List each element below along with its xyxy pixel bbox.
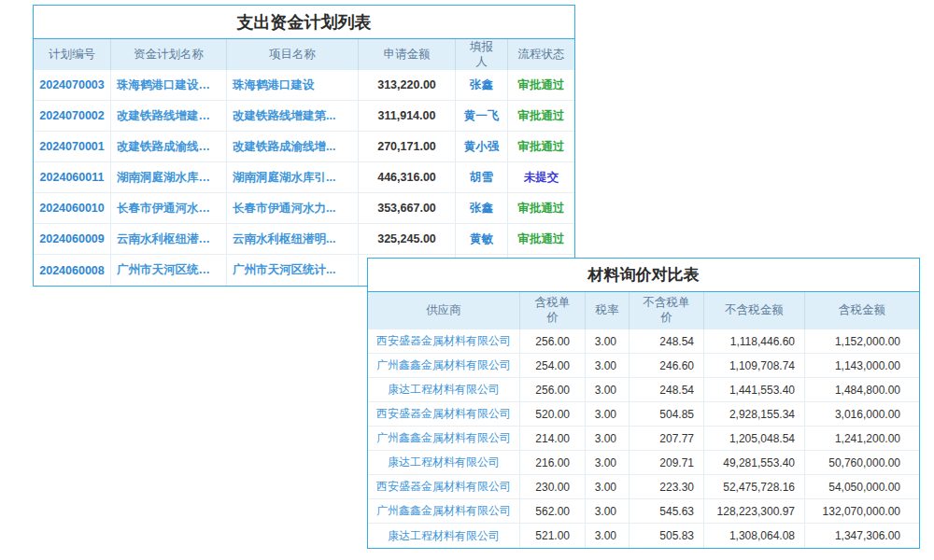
table-row: 2024060010 长春市伊通河水力发... 长春市伊通河水力... 353,…	[34, 193, 574, 224]
price-no-tax-cell: 248.54	[630, 329, 704, 354]
table-row: 西安盛器金属材料有限公司 520.00 3.00 504.85 2,928,15…	[368, 402, 919, 427]
reporter-cell[interactable]: 黄敏	[456, 224, 508, 255]
price-no-tax-cell: 545.63	[630, 499, 704, 524]
table-row: 西安盛器金属材料有限公司 230.00 3.00 223.30 52,475,7…	[368, 475, 919, 499]
price-no-tax-cell: 223.30	[630, 475, 704, 499]
col-header-amount-with-tax: 含税金额	[805, 292, 919, 329]
project-name-link[interactable]: 改建铁路成渝线增...	[227, 132, 359, 162]
plan-id-link[interactable]: 2024070002	[34, 101, 111, 132]
project-name-link[interactable]: 广州市天河区统计...	[227, 255, 359, 286]
tax-rate-cell: 3.00	[586, 329, 630, 354]
col-header-plan-id: 计划编号	[34, 39, 111, 70]
price-no-tax-cell: 504.85	[630, 402, 704, 427]
tax-rate-cell: 3.00	[586, 499, 630, 524]
amount-cell: 311,914.00	[359, 101, 456, 132]
tax-rate-cell: 3.00	[586, 475, 630, 499]
reporter-cell[interactable]: 黄一飞	[456, 101, 508, 132]
plan-id-link[interactable]: 2024060010	[34, 193, 111, 224]
table-row: 2024060011 湖南洞庭湖水库引水... 湖南洞庭湖水库引... 446,…	[34, 162, 574, 193]
amount-with-tax-cell: 132,070,000.00	[805, 499, 919, 524]
project-name-link[interactable]: 珠海鹤港口建设	[227, 70, 359, 101]
col-header-tax-rate: 税率	[586, 292, 630, 329]
amount-no-tax-cell: 128,223,300.97	[704, 499, 805, 524]
col-header-amount: 申请金额	[359, 39, 456, 70]
col-header-supplier: 供应商	[368, 292, 520, 329]
col-header-project: 项目名称	[227, 39, 359, 70]
price-with-tax-cell: 230.00	[520, 475, 586, 499]
supplier-link[interactable]: 西安盛器金属材料有限公司	[368, 402, 520, 427]
status-badge: 审批通过	[508, 70, 574, 101]
amount-with-tax-cell: 50,760,000.00	[805, 451, 919, 475]
table-row: 广州鑫鑫金属材料有限公司 214.00 3.00 207.77 1,205,04…	[368, 427, 919, 451]
supplier-link[interactable]: 康达工程材料有限公司	[368, 524, 520, 548]
status-badge: 审批通过	[508, 193, 574, 224]
amount-no-tax-cell: 1,205,048.54	[704, 427, 805, 451]
amount-no-tax-cell: 1,109,708.74	[704, 354, 805, 378]
reporter-cell[interactable]: 张鑫	[456, 70, 508, 101]
reporter-cell[interactable]: 张鑫	[456, 193, 508, 224]
amount-cell: 325,245.00	[359, 224, 456, 255]
amount-with-tax-cell: 3,016,000.00	[805, 402, 919, 427]
amount-no-tax-cell: 1,118,446.60	[704, 329, 805, 354]
supplier-link[interactable]: 广州鑫鑫金属材料有限公司	[368, 427, 520, 451]
supplier-link[interactable]: 广州鑫鑫金属材料有限公司	[368, 499, 520, 524]
col-header-status: 流程状态	[508, 39, 574, 70]
col-header-amount-no-tax: 不含税金额	[704, 292, 805, 329]
plan-id-link[interactable]: 2024060009	[34, 224, 111, 255]
amount-with-tax-cell: 54,050,000.00	[805, 475, 919, 499]
expense-fund-plan-table: 支出资金计划列表 计划编号 资金计划名称 项目名称 申请金额 填报人 流程状态 …	[33, 5, 575, 287]
table-row: 2024070003 珠海鹤港口建设资金... 珠海鹤港口建设 313,220.…	[34, 70, 574, 101]
table-row: 广州鑫鑫金属材料有限公司 254.00 3.00 246.60 1,109,70…	[368, 354, 919, 378]
price-with-tax-cell: 521.00	[520, 524, 586, 548]
amount-no-tax-cell: 52,475,728.16	[704, 475, 805, 499]
plan-name-link[interactable]: 云南水利枢纽潜明水...	[111, 224, 227, 255]
price-with-tax-cell: 214.00	[520, 427, 586, 451]
supplier-link[interactable]: 西安盛器金属材料有限公司	[368, 475, 520, 499]
project-name-link[interactable]: 长春市伊通河水力...	[227, 193, 359, 224]
plan-name-link[interactable]: 长春市伊通河水力发...	[111, 193, 227, 224]
supplier-link[interactable]: 康达工程材料有限公司	[368, 378, 520, 402]
project-name-link[interactable]: 湖南洞庭湖水库引...	[227, 162, 359, 193]
supplier-link[interactable]: 广州鑫鑫金属材料有限公司	[368, 354, 520, 378]
amount-cell: 446,316.00	[359, 162, 456, 193]
tax-rate-cell: 3.00	[586, 378, 630, 402]
tax-rate-cell: 3.00	[586, 354, 630, 378]
plan-id-link[interactable]: 2024060011	[34, 162, 111, 193]
col-header-price-with-tax: 含税单价	[520, 292, 586, 329]
supplier-link[interactable]: 西安盛器金属材料有限公司	[368, 329, 520, 354]
project-name-link[interactable]: 云南水利枢纽潜明...	[227, 224, 359, 255]
status-badge: 审批通过	[508, 224, 574, 255]
status-badge: 审批通过	[508, 101, 574, 132]
reporter-cell[interactable]: 胡雪	[456, 162, 508, 193]
plan-name-link[interactable]: 珠海鹤港口建设资金...	[111, 70, 227, 101]
plan-id-link[interactable]: 2024070003	[34, 70, 111, 101]
tax-rate-cell: 3.00	[586, 451, 630, 475]
expense-plan-table-body: 2024070003 珠海鹤港口建设资金... 珠海鹤港口建设 313,220.…	[34, 70, 574, 286]
price-no-tax-cell: 505.83	[630, 524, 704, 548]
reporter-cell[interactable]: 黄小强	[456, 132, 508, 162]
price-with-tax-cell: 256.00	[520, 329, 586, 354]
table-row: 康达工程材料有限公司 256.00 3.00 248.54 1,441,553.…	[368, 378, 919, 402]
plan-name-link[interactable]: 广州市天河区统计局...	[111, 255, 227, 286]
table-row: 康达工程材料有限公司 216.00 3.00 209.71 49,281,553…	[368, 451, 919, 475]
expense-fund-plan-table-title: 支出资金计划列表	[34, 6, 574, 39]
project-name-link[interactable]: 改建铁路线增建第...	[227, 101, 359, 132]
plan-name-link[interactable]: 改建铁路线增建第二...	[111, 101, 227, 132]
amount-with-tax-cell: 1,484,800.00	[805, 378, 919, 402]
supplier-link[interactable]: 康达工程材料有限公司	[368, 451, 520, 475]
table-row: 广州鑫鑫金属材料有限公司 562.00 3.00 545.63 128,223,…	[368, 499, 919, 524]
plan-name-link[interactable]: 湖南洞庭湖水库引水...	[111, 162, 227, 193]
amount-with-tax-cell: 1,241,200.00	[805, 427, 919, 451]
amount-no-tax-cell: 2,928,155.34	[704, 402, 805, 427]
amount-with-tax-cell: 1,143,000.00	[805, 354, 919, 378]
amount-no-tax-cell: 1,308,064.08	[704, 524, 805, 548]
material-inquiry-table-title: 材料询价对比表	[368, 259, 919, 292]
plan-id-link[interactable]: 2024070001	[34, 132, 111, 162]
col-header-reporter: 填报人	[456, 39, 508, 70]
plan-id-link[interactable]: 2024060008	[34, 255, 111, 286]
table-row: 康达工程材料有限公司 521.00 3.00 505.83 1,308,064.…	[368, 524, 919, 548]
material-inquiry-table-body: 西安盛器金属材料有限公司 256.00 3.00 248.54 1,118,44…	[368, 329, 919, 548]
amount-cell: 313,220.00	[359, 70, 456, 101]
plan-name-link[interactable]: 改建铁路成渝线增建...	[111, 132, 227, 162]
price-no-tax-cell: 248.54	[630, 378, 704, 402]
